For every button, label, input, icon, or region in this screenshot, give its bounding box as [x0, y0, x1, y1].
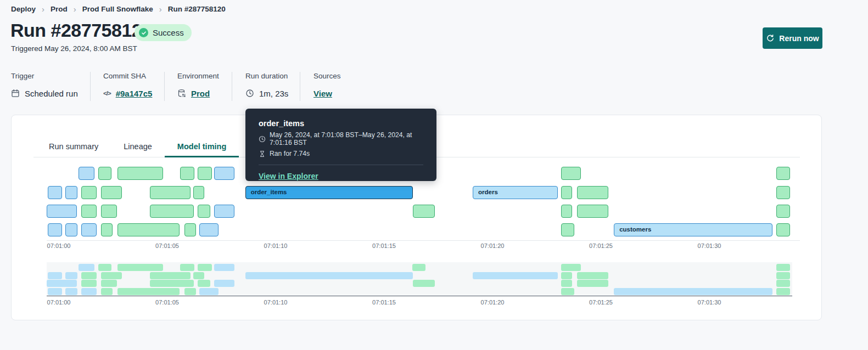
gantt-bar[interactable] [81, 186, 97, 199]
tooltip-duration: Ran for 7.74s [270, 150, 310, 157]
gantt-bar[interactable] [214, 167, 234, 180]
gantt-bar[interactable] [101, 186, 122, 199]
gantt-bar[interactable] [48, 186, 62, 199]
axis-tick-label: 07:01:25 [589, 242, 613, 249]
gantt-bar[interactable] [101, 205, 117, 218]
hourglass-icon [259, 150, 266, 157]
mini-bar [214, 280, 234, 287]
mini-bar [198, 280, 210, 287]
gantt-bar[interactable] [413, 205, 435, 218]
mini-bar [214, 264, 234, 271]
axis-tick-label: 07:01:10 [264, 242, 288, 249]
gantt-bar[interactable] [150, 205, 194, 218]
mini-bar [245, 272, 413, 279]
mini-bar [561, 264, 581, 271]
gantt-bar[interactable] [184, 223, 196, 236]
mini-bar [117, 264, 163, 271]
axis-tick-label: 07:01:05 [155, 299, 179, 306]
mini-bar [776, 288, 789, 295]
mini-bar [199, 288, 219, 295]
gantt-bar[interactable] [81, 223, 97, 236]
mini-bar [81, 280, 97, 287]
mini-bar [101, 280, 117, 287]
mini-bar [184, 288, 196, 295]
gantt-bar[interactable] [65, 223, 77, 236]
mini-bar [776, 272, 789, 279]
gantt-bar[interactable] [79, 167, 94, 180]
gantt-bar[interactable] [65, 186, 77, 199]
gantt-bar[interactable] [561, 186, 572, 199]
gantt-bar[interactable] [180, 167, 194, 180]
axis-tick-label: 07:01:10 [264, 299, 288, 306]
gantt-bar[interactable] [776, 223, 789, 236]
bar-label: order_items [246, 187, 413, 197]
tooltip-time-range: May 26, 2024, at 7:01:08 BST–May 26, 202… [270, 131, 423, 146]
bar-label: orders [473, 187, 557, 197]
gantt-bar-order_items[interactable]: order_items [245, 186, 413, 199]
axis-tick-label: 07:01:05 [155, 242, 179, 249]
divider [259, 165, 423, 165]
gantt-bar[interactable] [101, 223, 113, 236]
gantt-bar[interactable] [199, 223, 219, 236]
gantt-bar[interactable] [81, 205, 97, 218]
mini-bar [561, 288, 574, 295]
mini-bar [81, 288, 97, 295]
mini-bar [150, 280, 194, 287]
tooltip-model-name: order_items [259, 119, 423, 128]
mini-bar [101, 288, 113, 295]
gantt-bar[interactable] [198, 167, 212, 180]
gantt-bar-orders[interactable]: orders [473, 186, 558, 199]
gantt-bar[interactable] [48, 223, 62, 236]
axis-tick-label: 07:01:00 [47, 242, 71, 249]
mini-bar [101, 272, 122, 279]
model-tooltip: order_items May 26, 2024, at 7:01:08 BST… [245, 109, 436, 181]
gantt-bar[interactable] [776, 186, 789, 199]
mini-bar [180, 264, 194, 271]
gantt-bar-customers[interactable]: customers [614, 223, 772, 236]
mini-bar [577, 280, 608, 287]
gantt-bar[interactable] [117, 167, 163, 180]
mini-bar [98, 264, 111, 271]
gantt-bar[interactable] [577, 205, 608, 218]
mini-bar [150, 272, 191, 279]
axis-tick-label: 07:01:15 [372, 242, 396, 249]
view-in-explorer-link[interactable]: View in Explorer [259, 172, 318, 180]
mini-bar [413, 280, 435, 287]
gantt-bar[interactable] [577, 186, 608, 199]
axis-tick-label: 07:01:20 [481, 242, 505, 249]
mini-bar [412, 264, 425, 271]
axis-tick-label: 07:01:30 [698, 299, 721, 306]
axis-tick-label: 07:01:00 [47, 299, 71, 306]
gantt-bar[interactable] [198, 205, 210, 218]
gantt-bar[interactable] [214, 205, 234, 218]
gantt-bar[interactable] [561, 205, 572, 218]
gantt-bar[interactable] [150, 186, 191, 199]
axis-tick-label: 07:01:25 [589, 299, 613, 306]
mini-bar [473, 272, 558, 279]
gantt-bar[interactable] [561, 167, 581, 180]
mini-bar [48, 272, 62, 279]
gantt-bar[interactable] [776, 167, 789, 180]
mini-bar [561, 280, 572, 287]
mini-bar [79, 264, 94, 271]
mini-bar [193, 272, 204, 279]
gantt-bar[interactable] [47, 205, 77, 218]
gantt-bar[interactable] [193, 186, 204, 199]
mini-axis-line [47, 296, 792, 297]
mini-bar [65, 288, 77, 295]
gantt-bar[interactable] [561, 223, 574, 236]
gantt-bar[interactable] [98, 167, 111, 180]
axis-tick-label: 07:01:20 [481, 299, 505, 306]
axis-tick-label: 07:01:30 [698, 242, 721, 249]
axis-tick-label: 07:01:15 [372, 299, 396, 306]
mini-bar [117, 288, 180, 295]
mini-bar [561, 272, 572, 279]
gantt-bar[interactable] [117, 223, 180, 236]
main-axis-line [47, 240, 800, 241]
mini-bar [48, 288, 62, 295]
mini-bar [776, 280, 789, 287]
mini-bar [47, 280, 77, 287]
gantt-bar[interactable] [776, 205, 789, 218]
mini-bar [81, 272, 97, 279]
bar-label: customers [614, 224, 771, 235]
